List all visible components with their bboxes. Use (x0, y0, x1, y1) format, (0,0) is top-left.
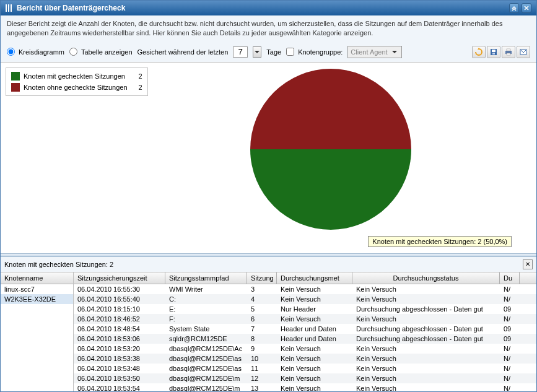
table-cell: N/ (500, 373, 520, 383)
node-list-header[interactable]: Knotenname (1, 272, 73, 284)
table-cell: dbasql@RCM125DE\m (165, 373, 247, 383)
detail-title: Knoten mit gecheckten Sitzungen: 2 (4, 261, 113, 268)
node-item[interactable]: linux-scc7 (1, 284, 73, 294)
days-dropdown[interactable] (253, 46, 261, 58)
secured-label: Gesichert während der letzten (138, 48, 229, 56)
svg-rect-4 (507, 49, 510, 51)
table-cell: F: (165, 314, 247, 324)
refresh-button[interactable] (472, 46, 486, 58)
table-row[interactable]: 06.04.2010 18:46:52F:6Kein VersuchKein V… (74, 314, 536, 324)
chevron-down-icon (390, 46, 399, 58)
table-row[interactable]: 06.04.2010 16:55:40C:4Kein VersuchKein V… (74, 294, 536, 304)
table-row[interactable]: 06.04.2010 18:53:54dbasql@RCM125DE\m13Ke… (74, 383, 536, 392)
table-cell: WMI Writer (165, 284, 247, 294)
toolbar: Kreisdiagramm Tabelle anzeigen Gesichert… (1, 42, 536, 63)
table-cell: 10 (247, 354, 277, 364)
chart-legend: Knoten mit gecheckten Sitzungen2Knoten o… (6, 68, 148, 96)
grid-header: SitzungssicherungszeitSitzungsstammpfadS… (74, 272, 536, 284)
table-cell: Durchsuchung abgeschlossen - Daten gut (352, 304, 500, 314)
node-item[interactable]: W2K3EE-X32DE (1, 294, 73, 304)
column-header[interactable]: Sitzungssicherungszeit (74, 272, 165, 284)
table-cell: 06.04.2010 18:48:54 (74, 324, 165, 334)
legend-count: 2 (131, 84, 142, 91)
detail-close-button[interactable]: ✕ (523, 259, 533, 269)
table-row[interactable]: 06.04.2010 18:53:20dbasql@RCM125DE\Ac9Ke… (74, 344, 536, 354)
table-cell: Kein Versuch (352, 294, 500, 304)
table-row[interactable]: 06.04.2010 18:53:50dbasql@RCM125DE\m12Ke… (74, 373, 536, 383)
nodegroup-select[interactable]: Client Agent (347, 46, 401, 58)
table-cell: 09 (500, 324, 520, 334)
table-cell: E: (165, 304, 247, 314)
table-cell: N/ (500, 314, 520, 324)
table-cell: Durchsuchung abgeschlossen - Daten gut (352, 324, 500, 334)
table-cell: sqldr@RCM125DE (165, 334, 247, 344)
table-cell: 06.04.2010 18:53:38 (74, 354, 165, 364)
table-cell: Kein Versuch (277, 284, 352, 294)
svg-rect-1 (492, 50, 496, 52)
table-cell: Kein Versuch (352, 364, 500, 373)
email-button[interactable] (517, 46, 530, 58)
legend-count: 2 (131, 72, 142, 80)
table-row[interactable]: 06.04.2010 18:53:38dbasql@RCM125DE\as10K… (74, 354, 536, 364)
legend-label: Knoten mit gecheckten Sitzungen (24, 72, 125, 80)
table-cell: System State (165, 324, 247, 334)
legend-item[interactable]: Knoten ohne gecheckte Sitzungen2 (9, 82, 145, 93)
table-cell: N/ (500, 284, 520, 294)
table-cell: 4 (247, 294, 277, 304)
table-cell: 06.04.2010 18:53:20 (74, 344, 165, 354)
table-row[interactable]: 06.04.2010 18:15:10E:5Nur HeaderDurchsuc… (74, 304, 536, 314)
table-cell: N/ (500, 364, 520, 373)
table-cell: 11 (247, 364, 277, 373)
table-cell: 09 (500, 334, 520, 344)
table-row[interactable]: 06.04.2010 18:48:54System State7Header u… (74, 324, 536, 334)
table-cell: Kein Versuch (277, 383, 352, 392)
table-cell: 9 (247, 344, 277, 354)
print-button[interactable] (502, 46, 515, 58)
pie-chart[interactable] (250, 69, 411, 230)
table-cell: 6 (247, 314, 277, 324)
legend-label: Knoten ohne gecheckte Sitzungen (24, 84, 128, 91)
column-header[interactable]: Sitzungsstammpfad (165, 272, 247, 284)
table-cell: 06.04.2010 18:53:54 (74, 383, 165, 392)
table-cell: 06.04.2010 18:53:06 (74, 334, 165, 344)
save-button[interactable] (487, 46, 500, 58)
table-row[interactable]: 06.04.2010 18:53:48dbasql@RCM125DE\as11K… (74, 364, 536, 373)
table-cell: 13 (247, 383, 277, 392)
radio-show-table[interactable]: Tabelle anzeigen (69, 48, 133, 56)
detail-grid: SitzungssicherungszeitSitzungsstammpfadS… (74, 272, 536, 392)
table-row[interactable]: 06.04.2010 16:55:30WMI Writer3Kein Versu… (74, 284, 536, 294)
chart-area: Knoten mit gecheckten Sitzungen2Knoten o… (1, 63, 536, 253)
radio-pie-chart[interactable]: Kreisdiagramm (7, 48, 64, 56)
table-cell: dbasql@RCM125DE\as (165, 354, 247, 364)
table-cell: 09 (500, 304, 520, 314)
table-cell: Kein Versuch (352, 314, 500, 324)
close-button[interactable] (522, 3, 531, 13)
table-cell: 06.04.2010 18:53:50 (74, 373, 165, 383)
table-cell: 5 (247, 304, 277, 314)
legend-item[interactable]: Knoten mit gecheckten Sitzungen2 (9, 71, 145, 82)
table-cell: Kein Versuch (352, 284, 500, 294)
days-input[interactable] (233, 46, 248, 58)
table-cell: Kein Versuch (352, 344, 500, 354)
column-header[interactable]: Sitzung (247, 272, 277, 284)
table-cell: 06.04.2010 16:55:40 (74, 294, 165, 304)
table-cell: C: (165, 294, 247, 304)
column-header[interactable]: Durchsuchungsmet (277, 272, 352, 284)
detail-header: Knoten mit gecheckten Sitzungen: 2 ✕ (1, 257, 536, 272)
svg-rect-2 (492, 53, 495, 54)
column-header[interactable]: Du (500, 272, 520, 284)
nodegroup-checkbox[interactable]: Knotengruppe: (286, 48, 343, 56)
table-cell: Nur Header (277, 304, 352, 314)
column-header[interactable]: Durchsuchungsstatus (352, 272, 500, 284)
table-cell: 06.04.2010 18:15:10 (74, 304, 165, 314)
collapse-button[interactable] (509, 3, 519, 13)
table-cell: Kein Versuch (352, 354, 500, 364)
chart-tooltip: Knoten mit gecheckten Sitzungen: 2 (50,0… (368, 236, 512, 247)
svg-rect-5 (507, 53, 510, 55)
table-row[interactable]: 06.04.2010 18:53:06sqldr@RCM125DE8Header… (74, 334, 536, 344)
table-cell: N/ (500, 344, 520, 354)
table-cell: dbasql@RCM125DE\Ac (165, 344, 247, 354)
table-cell: Kein Versuch (277, 314, 352, 324)
days-unit: Tage (266, 48, 281, 56)
table-cell: Kein Versuch (277, 344, 352, 354)
